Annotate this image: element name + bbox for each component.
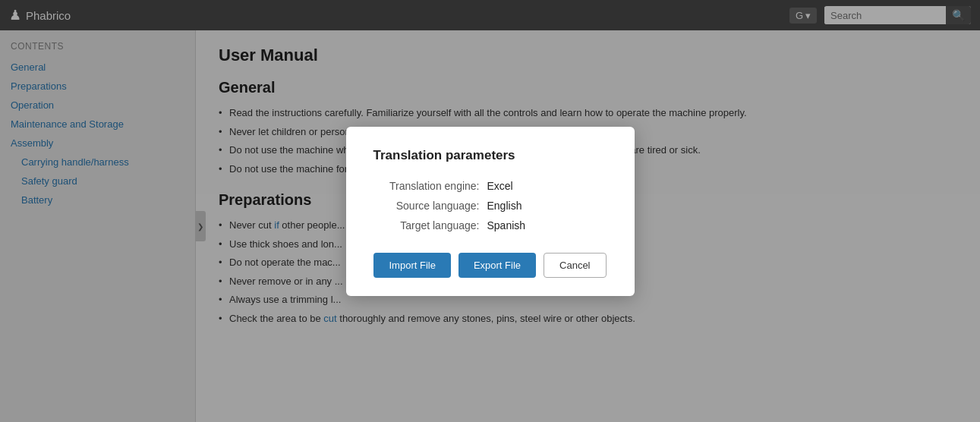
param-label-source: Source language: xyxy=(373,200,487,212)
import-file-button[interactable]: Import File xyxy=(373,253,450,278)
dialog-buttons: Import File Export File Cancel xyxy=(373,253,607,278)
dialog-params: Translation engine: Excel Source languag… xyxy=(373,180,607,231)
param-value-source: English xyxy=(487,200,522,212)
modal-overlay: Translation parameters Translation engin… xyxy=(0,0,980,422)
param-label-target: Target language: xyxy=(373,219,487,231)
translation-dialog: Translation parameters Translation engin… xyxy=(346,127,635,296)
param-row-source: Source language: English xyxy=(373,200,607,212)
dialog-title: Translation parameters xyxy=(373,148,607,163)
param-label-engine: Translation engine: xyxy=(373,180,487,192)
param-row-target: Target language: Spanish xyxy=(373,219,607,231)
param-value-target: Spanish xyxy=(487,219,526,231)
param-value-engine: Excel xyxy=(487,180,513,192)
export-file-button[interactable]: Export File xyxy=(458,253,536,278)
cancel-button[interactable]: Cancel xyxy=(544,253,606,278)
param-row-engine: Translation engine: Excel xyxy=(373,180,607,192)
